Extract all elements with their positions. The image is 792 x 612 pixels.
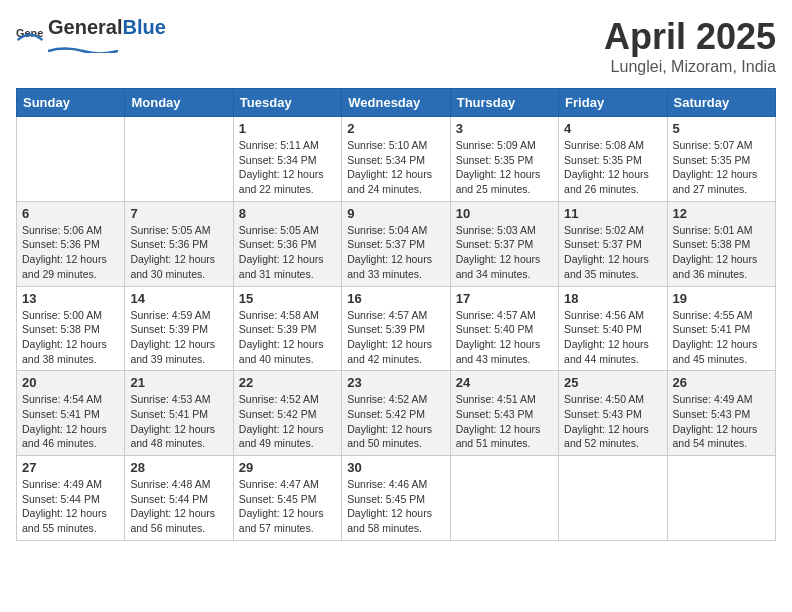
calendar-cell: 17Sunrise: 4:57 AMSunset: 5:40 PMDayligh…: [450, 286, 558, 371]
calendar-day-header: Friday: [559, 89, 667, 117]
logo-icon: General: [16, 23, 44, 51]
calendar-cell: 21Sunrise: 4:53 AMSunset: 5:41 PMDayligh…: [125, 371, 233, 456]
calendar-cell: 7Sunrise: 5:05 AMSunset: 5:36 PMDaylight…: [125, 201, 233, 286]
day-number: 27: [22, 460, 119, 475]
day-info: Sunrise: 4:58 AMSunset: 5:39 PMDaylight:…: [239, 308, 336, 367]
day-info: Sunrise: 4:57 AMSunset: 5:40 PMDaylight:…: [456, 308, 553, 367]
calendar-day-header: Sunday: [17, 89, 125, 117]
calendar-cell: 19Sunrise: 4:55 AMSunset: 5:41 PMDayligh…: [667, 286, 775, 371]
day-number: 4: [564, 121, 661, 136]
calendar-cell: 4Sunrise: 5:08 AMSunset: 5:35 PMDaylight…: [559, 117, 667, 202]
day-info: Sunrise: 4:57 AMSunset: 5:39 PMDaylight:…: [347, 308, 444, 367]
day-number: 20: [22, 375, 119, 390]
calendar-cell: 27Sunrise: 4:49 AMSunset: 5:44 PMDayligh…: [17, 456, 125, 541]
day-info: Sunrise: 5:05 AMSunset: 5:36 PMDaylight:…: [130, 223, 227, 282]
day-number: 19: [673, 291, 770, 306]
page-header: General General Blue April 2025 Lunglei,…: [16, 16, 776, 76]
calendar-cell: 14Sunrise: 4:59 AMSunset: 5:39 PMDayligh…: [125, 286, 233, 371]
calendar-day-header: Tuesday: [233, 89, 341, 117]
day-number: 16: [347, 291, 444, 306]
day-number: 3: [456, 121, 553, 136]
title-area: April 2025 Lunglei, Mizoram, India: [604, 16, 776, 76]
calendar-cell: 15Sunrise: 4:58 AMSunset: 5:39 PMDayligh…: [233, 286, 341, 371]
calendar-cell: [667, 456, 775, 541]
day-number: 11: [564, 206, 661, 221]
day-info: Sunrise: 5:08 AMSunset: 5:35 PMDaylight:…: [564, 138, 661, 197]
calendar-header-row: SundayMondayTuesdayWednesdayThursdayFrid…: [17, 89, 776, 117]
calendar-table: SundayMondayTuesdayWednesdayThursdayFrid…: [16, 88, 776, 541]
day-number: 23: [347, 375, 444, 390]
calendar-cell: [125, 117, 233, 202]
calendar-cell: 3Sunrise: 5:09 AMSunset: 5:35 PMDaylight…: [450, 117, 558, 202]
day-number: 17: [456, 291, 553, 306]
day-number: 1: [239, 121, 336, 136]
day-number: 12: [673, 206, 770, 221]
calendar-cell: 29Sunrise: 4:47 AMSunset: 5:45 PMDayligh…: [233, 456, 341, 541]
day-number: 24: [456, 375, 553, 390]
logo: General General Blue: [16, 16, 166, 57]
day-number: 8: [239, 206, 336, 221]
calendar-cell: 12Sunrise: 5:01 AMSunset: 5:38 PMDayligh…: [667, 201, 775, 286]
calendar-cell: 23Sunrise: 4:52 AMSunset: 5:42 PMDayligh…: [342, 371, 450, 456]
day-number: 15: [239, 291, 336, 306]
day-info: Sunrise: 5:05 AMSunset: 5:36 PMDaylight:…: [239, 223, 336, 282]
day-number: 25: [564, 375, 661, 390]
calendar-week-row: 6Sunrise: 5:06 AMSunset: 5:36 PMDaylight…: [17, 201, 776, 286]
day-number: 29: [239, 460, 336, 475]
calendar-day-header: Monday: [125, 89, 233, 117]
day-number: 14: [130, 291, 227, 306]
day-info: Sunrise: 5:04 AMSunset: 5:37 PMDaylight:…: [347, 223, 444, 282]
day-number: 18: [564, 291, 661, 306]
day-number: 22: [239, 375, 336, 390]
calendar-cell: 18Sunrise: 4:56 AMSunset: 5:40 PMDayligh…: [559, 286, 667, 371]
day-number: 30: [347, 460, 444, 475]
calendar-cell: 10Sunrise: 5:03 AMSunset: 5:37 PMDayligh…: [450, 201, 558, 286]
day-info: Sunrise: 4:47 AMSunset: 5:45 PMDaylight:…: [239, 477, 336, 536]
day-info: Sunrise: 5:10 AMSunset: 5:34 PMDaylight:…: [347, 138, 444, 197]
day-info: Sunrise: 4:55 AMSunset: 5:41 PMDaylight:…: [673, 308, 770, 367]
calendar-cell: 2Sunrise: 5:10 AMSunset: 5:34 PMDaylight…: [342, 117, 450, 202]
day-info: Sunrise: 4:56 AMSunset: 5:40 PMDaylight:…: [564, 308, 661, 367]
calendar-day-header: Wednesday: [342, 89, 450, 117]
calendar-cell: 20Sunrise: 4:54 AMSunset: 5:41 PMDayligh…: [17, 371, 125, 456]
calendar-day-header: Thursday: [450, 89, 558, 117]
day-number: 21: [130, 375, 227, 390]
calendar-cell: 30Sunrise: 4:46 AMSunset: 5:45 PMDayligh…: [342, 456, 450, 541]
calendar-cell: 16Sunrise: 4:57 AMSunset: 5:39 PMDayligh…: [342, 286, 450, 371]
day-info: Sunrise: 4:50 AMSunset: 5:43 PMDaylight:…: [564, 392, 661, 451]
calendar-cell: 28Sunrise: 4:48 AMSunset: 5:44 PMDayligh…: [125, 456, 233, 541]
calendar-cell: 26Sunrise: 4:49 AMSunset: 5:43 PMDayligh…: [667, 371, 775, 456]
day-number: 9: [347, 206, 444, 221]
day-number: 5: [673, 121, 770, 136]
calendar-cell: [559, 456, 667, 541]
day-info: Sunrise: 5:09 AMSunset: 5:35 PMDaylight:…: [456, 138, 553, 197]
day-info: Sunrise: 4:52 AMSunset: 5:42 PMDaylight:…: [239, 392, 336, 451]
logo-wave: [48, 45, 118, 53]
day-info: Sunrise: 5:02 AMSunset: 5:37 PMDaylight:…: [564, 223, 661, 282]
calendar-cell: 22Sunrise: 4:52 AMSunset: 5:42 PMDayligh…: [233, 371, 341, 456]
day-info: Sunrise: 5:06 AMSunset: 5:36 PMDaylight:…: [22, 223, 119, 282]
day-number: 26: [673, 375, 770, 390]
day-info: Sunrise: 4:53 AMSunset: 5:41 PMDaylight:…: [130, 392, 227, 451]
day-number: 2: [347, 121, 444, 136]
month-title: April 2025: [604, 16, 776, 58]
logo-blue-text: Blue: [122, 16, 165, 39]
day-info: Sunrise: 5:01 AMSunset: 5:38 PMDaylight:…: [673, 223, 770, 282]
calendar-week-row: 1Sunrise: 5:11 AMSunset: 5:34 PMDaylight…: [17, 117, 776, 202]
day-info: Sunrise: 5:11 AMSunset: 5:34 PMDaylight:…: [239, 138, 336, 197]
calendar-cell: 1Sunrise: 5:11 AMSunset: 5:34 PMDaylight…: [233, 117, 341, 202]
calendar-week-row: 27Sunrise: 4:49 AMSunset: 5:44 PMDayligh…: [17, 456, 776, 541]
day-info: Sunrise: 4:48 AMSunset: 5:44 PMDaylight:…: [130, 477, 227, 536]
calendar-cell: 8Sunrise: 5:05 AMSunset: 5:36 PMDaylight…: [233, 201, 341, 286]
day-info: Sunrise: 4:54 AMSunset: 5:41 PMDaylight:…: [22, 392, 119, 451]
day-info: Sunrise: 4:52 AMSunset: 5:42 PMDaylight:…: [347, 392, 444, 451]
day-info: Sunrise: 4:59 AMSunset: 5:39 PMDaylight:…: [130, 308, 227, 367]
day-info: Sunrise: 4:49 AMSunset: 5:44 PMDaylight:…: [22, 477, 119, 536]
calendar-cell: 6Sunrise: 5:06 AMSunset: 5:36 PMDaylight…: [17, 201, 125, 286]
calendar-cell: [17, 117, 125, 202]
calendar-cell: 11Sunrise: 5:02 AMSunset: 5:37 PMDayligh…: [559, 201, 667, 286]
day-info: Sunrise: 4:46 AMSunset: 5:45 PMDaylight:…: [347, 477, 444, 536]
calendar-cell: 13Sunrise: 5:00 AMSunset: 5:38 PMDayligh…: [17, 286, 125, 371]
day-info: Sunrise: 5:00 AMSunset: 5:38 PMDaylight:…: [22, 308, 119, 367]
location-title: Lunglei, Mizoram, India: [604, 58, 776, 76]
